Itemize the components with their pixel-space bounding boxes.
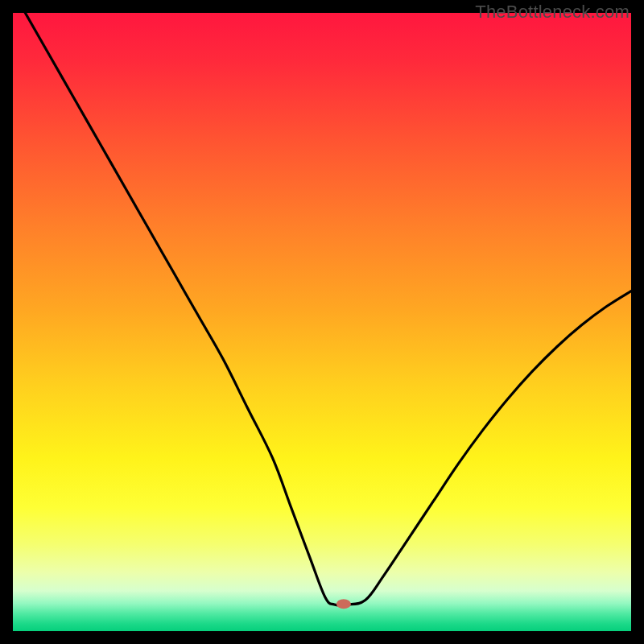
gradient-background [13,13,631,631]
watermark-text: TheBottleneck.com [475,2,630,23]
bottleneck-chart [13,13,631,631]
optimal-point-marker [336,599,351,609]
chart-frame [13,13,631,631]
